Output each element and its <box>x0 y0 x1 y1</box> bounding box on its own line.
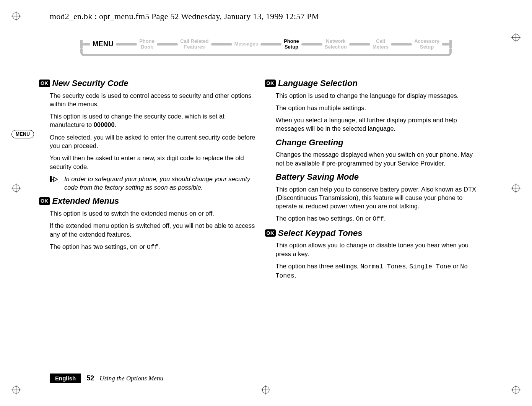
body-text: This option is used to change the langua… <box>276 91 483 100</box>
menu-badge: MENU <box>11 130 34 138</box>
heading-language-selection: OK Language Selection <box>265 78 483 89</box>
note: In order to safeguard your phone, you sh… <box>50 175 257 192</box>
heading-change-greeting: Change Greeting <box>276 137 483 148</box>
body-text: The option has multiple settings. <box>276 104 483 112</box>
page-number: 52 <box>86 374 94 382</box>
ok-icon: OK <box>265 229 276 237</box>
body-text: Changes the message displayed when you s… <box>276 150 483 167</box>
crop-mark <box>261 385 270 395</box>
body-text: This option allows you to change or disa… <box>276 241 483 258</box>
body-text: The option has two settings, On or Off. <box>276 214 483 223</box>
language-badge: English <box>50 374 81 383</box>
body-text: Once selected, you will be asked to ente… <box>50 133 257 150</box>
crop-mark <box>511 33 521 42</box>
body-text: When you select a language, all further … <box>276 116 483 133</box>
body-text: If the extended menu option is switched … <box>50 221 257 239</box>
note-hand-icon <box>50 175 61 192</box>
body-text: The option has three settings, Normal To… <box>276 262 483 281</box>
menu-breadcrumb: MENU PhoneBook Call RelatedFeatures Mess… <box>50 39 482 62</box>
crop-mark <box>511 184 521 193</box>
crop-mark <box>11 385 21 395</box>
heading-extended-menus: OK Extended Menus <box>39 195 257 207</box>
body-text: This option is used to switch the extend… <box>50 209 257 218</box>
crop-mark <box>11 184 21 193</box>
section-title: Using the Options Menu <box>99 375 163 382</box>
body-text: This option is used to change the securi… <box>50 112 257 129</box>
ok-icon: OK <box>39 197 50 205</box>
tab-messages: Messages <box>234 41 258 47</box>
heading-battery-saving-mode: Battery Saving Mode <box>276 171 483 183</box>
body-text: You will then be asked to enter a new, s… <box>50 154 257 171</box>
crop-mark <box>511 385 521 395</box>
svg-rect-21 <box>50 176 52 182</box>
ok-icon: OK <box>39 80 50 87</box>
menu-root-label: MENU <box>93 40 114 48</box>
heading-new-security-code: OK New Security Code <box>39 78 257 89</box>
body-text: The option has two settings, On or Off. <box>50 242 257 252</box>
body-text: The security code is used to control acc… <box>50 91 257 109</box>
crop-mark <box>11 11 21 21</box>
body-text: This option can help you to conserve bat… <box>276 185 483 211</box>
document-header: mod2_en.bk : opt_menu.fm5 Page 52 Wednes… <box>50 11 482 21</box>
ok-icon: OK <box>265 80 276 87</box>
page-footer: English 52 Using the Options Menu <box>50 374 163 383</box>
heading-select-keypad-tones: OK Select Keypad Tones <box>265 227 483 239</box>
